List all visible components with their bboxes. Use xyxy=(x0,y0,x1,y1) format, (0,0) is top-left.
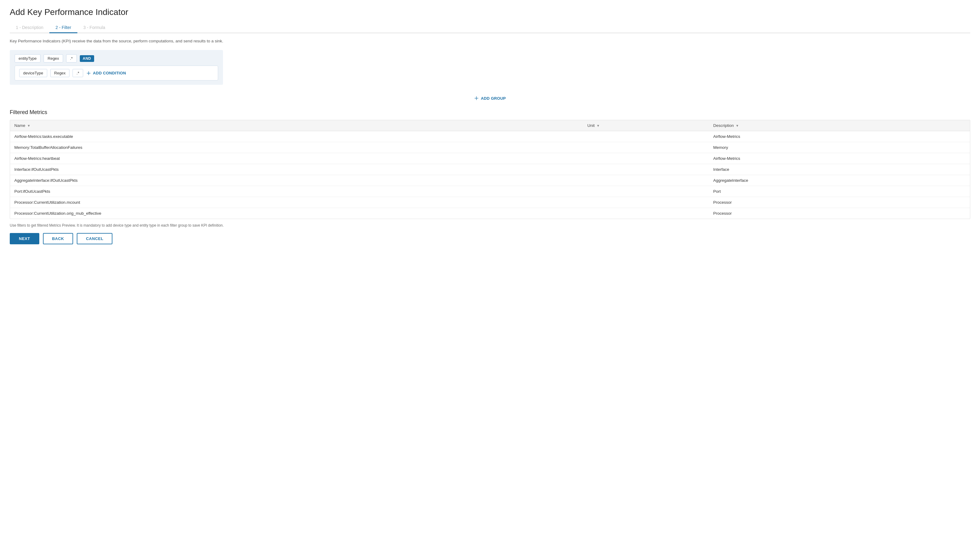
table-row: Airflow-Metrics:tasks.executableAirflow-… xyxy=(10,131,970,142)
table-row: Processor:CurrentUtilization.orig_mub_ef… xyxy=(10,208,970,219)
and-badge: AND xyxy=(80,55,94,62)
add-condition-button[interactable]: ADD CONDITION xyxy=(86,71,126,76)
add-condition-icon xyxy=(86,71,91,76)
tab-formula[interactable]: 3 - Formula xyxy=(77,22,111,33)
cell-name: Port:ifOutUcastPkts xyxy=(10,186,583,197)
metrics-table-wrap: Name ▼ Unit ▼ Description ▼ xyxy=(10,120,970,219)
cell-name: Airflow-Metrics:tasks.executable xyxy=(10,131,583,142)
unit-filter-icon[interactable]: ▼ xyxy=(597,124,600,128)
col-header-description: Description ▼ xyxy=(709,120,970,131)
footer-note: Use filters to get filtered Metrics Prev… xyxy=(10,223,970,228)
description-text: Key Performance Indicators (KPI) receive… xyxy=(10,39,970,43)
cell-name: Airflow-Metrics:heartbeat xyxy=(10,153,583,164)
tab-description[interactable]: 1 - Description xyxy=(10,22,49,33)
add-condition-label: ADD CONDITION xyxy=(93,71,126,75)
cell-description: Processor xyxy=(709,208,970,219)
cell-unit xyxy=(583,197,709,208)
condition1-field: entityType xyxy=(14,54,40,62)
cell-name: AggregateInterface:ifOutUcastPkts xyxy=(10,175,583,186)
cell-name: Memory:TotalBufferAllocationFailures xyxy=(10,142,583,153)
cell-description: Processor xyxy=(709,197,970,208)
svg-rect-3 xyxy=(475,98,478,98)
cell-unit xyxy=(583,153,709,164)
section-title: Filtered Metrics xyxy=(10,109,970,116)
cancel-button[interactable]: CANCEL xyxy=(77,233,112,244)
cell-description: Interface xyxy=(709,164,970,175)
cell-name: Processor:CurrentUtilization.mcount xyxy=(10,197,583,208)
cell-unit xyxy=(583,142,709,153)
table-row: Processor:CurrentUtilization.mcountProce… xyxy=(10,197,970,208)
cell-description: Airflow-Metrics xyxy=(709,131,970,142)
condition1-op: Regex xyxy=(44,54,63,62)
page-title: Add Key Performance Indicator xyxy=(10,7,970,17)
table-header-row: Name ▼ Unit ▼ Description ▼ xyxy=(10,120,970,131)
cell-description: Port xyxy=(709,186,970,197)
cell-name: Processor:CurrentUtilization.orig_mub_ef… xyxy=(10,208,583,219)
cell-description: Airflow-Metrics xyxy=(709,153,970,164)
next-button[interactable]: NEXT xyxy=(10,233,39,244)
cell-unit xyxy=(583,131,709,142)
condition2-op: Regex xyxy=(50,69,70,77)
filter-builder: entityType Regex .* AND deviceType Regex… xyxy=(10,50,223,85)
back-button[interactable]: BACK xyxy=(43,233,73,244)
description-filter-icon[interactable]: ▼ xyxy=(736,124,739,128)
tabs-bar: 1 - Description 2 - Filter 3 - Formula xyxy=(10,22,970,33)
col-header-unit: Unit ▼ xyxy=(583,120,709,131)
filter-inner-group: deviceType Regex .* ADD CONDITION xyxy=(14,65,218,80)
add-group-area: ADD GROUP xyxy=(10,96,970,101)
col-header-name: Name ▼ xyxy=(10,120,583,131)
cell-unit xyxy=(583,186,709,197)
cell-unit xyxy=(583,164,709,175)
actions-bar: NEXT BACK CANCEL xyxy=(10,233,970,244)
cell-name: Interface:ifOutUcastPkts xyxy=(10,164,583,175)
table-row: AggregateInterface:ifOutUcastPktsAggrega… xyxy=(10,175,970,186)
condition2-field: deviceType xyxy=(19,69,47,77)
cell-unit xyxy=(583,175,709,186)
metrics-table: Name ▼ Unit ▼ Description ▼ xyxy=(10,120,970,219)
tab-filter[interactable]: 2 - Filter xyxy=(49,22,77,33)
add-group-label: ADD GROUP xyxy=(481,96,506,101)
cell-description: AggregateInterface xyxy=(709,175,970,186)
add-group-icon xyxy=(474,96,479,101)
add-group-button[interactable]: ADD GROUP xyxy=(474,96,506,101)
name-filter-icon[interactable]: ▼ xyxy=(27,124,30,128)
svg-rect-1 xyxy=(87,73,91,73)
table-row: Port:ifOutUcastPktsPort xyxy=(10,186,970,197)
condition2-val: .* xyxy=(73,69,83,77)
table-row: Memory:TotalBufferAllocationFailuresMemo… xyxy=(10,142,970,153)
condition1-val: .* xyxy=(66,54,77,62)
table-row: Interface:ifOutUcastPktsInterface xyxy=(10,164,970,175)
metrics-table-body: Airflow-Metrics:tasks.executableAirflow-… xyxy=(10,131,970,219)
table-row: Airflow-Metrics:heartbeatAirflow-Metrics xyxy=(10,153,970,164)
cell-description: Memory xyxy=(709,142,970,153)
filter-group-outer: entityType Regex .* AND xyxy=(14,54,218,62)
cell-unit xyxy=(583,208,709,219)
